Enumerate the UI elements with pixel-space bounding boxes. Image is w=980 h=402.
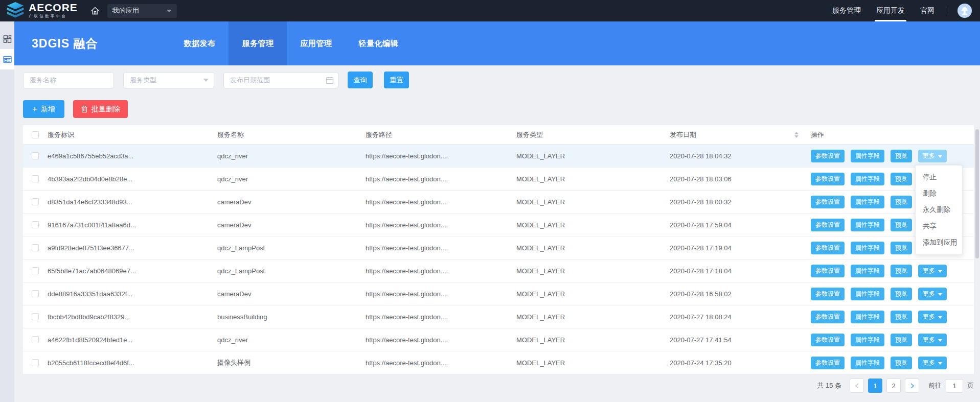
nav-official-site[interactable]: 官网 <box>920 0 935 21</box>
cell-service-type: MODEL_LAYER <box>516 313 670 321</box>
param-settings-button[interactable]: 参数设置 <box>811 357 845 369</box>
row-checkbox[interactable] <box>32 175 39 182</box>
my-apps-select[interactable]: 我的应用 <box>107 4 177 18</box>
param-settings-button[interactable]: 参数设置 <box>811 196 845 208</box>
attr-fields-button[interactable]: 属性字段 <box>851 265 884 277</box>
menu-item-add-to-app[interactable]: 添加到应用 <box>916 234 962 251</box>
more-button[interactable]: 更多 <box>918 311 947 323</box>
publish-date-range-input[interactable] <box>223 72 338 88</box>
param-settings-button[interactable]: 参数设置 <box>811 265 845 277</box>
row-checkbox[interactable] <box>32 359 39 366</box>
page-title: 3DGIS 融合 <box>32 36 98 52</box>
param-settings-button[interactable]: 参数设置 <box>811 242 845 254</box>
attr-fields-button[interactable]: 属性字段 <box>851 173 884 185</box>
table-row: a4622fb1d8f520924bfed1e...qdcz_riverhttp… <box>23 328 974 351</box>
menu-item-delete[interactable]: 删除 <box>916 185 962 202</box>
cell-publish-date: 2020-07-28 18:04:32 <box>670 152 807 160</box>
page-button-2[interactable]: 2 <box>886 379 901 393</box>
service-type-select[interactable] <box>123 72 214 88</box>
row-checkbox[interactable] <box>32 244 39 251</box>
cell-service-name: cameraDev <box>217 221 366 229</box>
more-button[interactable]: 更多 <box>918 150 947 162</box>
brand-text: AECORE <box>29 3 78 13</box>
row-checkbox[interactable] <box>32 267 39 274</box>
preview-button[interactable]: 预览 <box>891 311 912 323</box>
cell-service-name: qdcz_river <box>217 175 366 183</box>
attr-fields-button[interactable]: 属性字段 <box>851 219 884 231</box>
attr-fields-button[interactable]: 属性字段 <box>851 196 884 208</box>
query-button[interactable]: 查询 <box>348 72 373 88</box>
batch-delete-button[interactable]: 批量删除 <box>73 100 128 118</box>
preview-button[interactable]: 预览 <box>891 334 912 346</box>
add-button[interactable]: + 新增 <box>23 100 64 118</box>
more-button[interactable]: 更多 <box>918 288 947 300</box>
preview-button[interactable]: 预览 <box>891 219 912 231</box>
preview-button[interactable]: 预览 <box>891 150 912 162</box>
menu-item-share[interactable]: 共享 <box>916 218 962 234</box>
topbar: AECORE 广联达数字中台 我的应用 服务管理 应用开发 官网 <box>0 0 980 21</box>
preview-button[interactable]: 预览 <box>891 288 912 300</box>
aecore-logo[interactable]: AECORE 广联达数字中台 <box>5 2 78 20</box>
more-button[interactable]: 更多 <box>918 334 947 346</box>
next-page-button[interactable] <box>905 379 919 393</box>
tab-app-management[interactable]: 应用管理 <box>287 21 345 65</box>
row-checkbox-cell <box>23 267 48 274</box>
row-checkbox[interactable] <box>32 152 39 159</box>
sort-icon[interactable] <box>794 132 799 138</box>
preview-button[interactable]: 预览 <box>891 242 912 254</box>
service-name-input[interactable] <box>23 72 114 88</box>
cell-service-id: fbcbb42bd8bd9cab2f8329... <box>48 313 217 321</box>
preview-button[interactable]: 预览 <box>891 173 912 185</box>
nav-service-management[interactable]: 服务管理 <box>832 0 861 21</box>
tab-data-publish[interactable]: 数据发布 <box>170 21 229 65</box>
sidebar-item-dashboard[interactable] <box>0 29 14 49</box>
more-button[interactable]: 更多 <box>918 357 947 369</box>
cell-service-path: https://aecore-test.glodon.... <box>366 267 516 275</box>
user-avatar[interactable] <box>958 4 972 18</box>
table-row: a9fd928ede8751f3ee36677...qdcz_LampPosth… <box>23 237 974 259</box>
preview-button[interactable]: 预览 <box>891 196 912 208</box>
attr-fields-button[interactable]: 属性字段 <box>851 357 884 369</box>
param-settings-button[interactable]: 参数设置 <box>811 288 845 300</box>
plus-icon: + <box>32 106 37 113</box>
more-button[interactable]: 更多 <box>918 265 947 277</box>
home-icon[interactable] <box>90 6 100 16</box>
nav-app-development[interactable]: 应用开发 <box>876 0 905 21</box>
cell-service-type: MODEL_LAYER <box>516 359 670 367</box>
attr-fields-button[interactable]: 属性字段 <box>851 288 884 300</box>
attr-fields-button[interactable]: 属性字段 <box>851 242 884 254</box>
attr-fields-button[interactable]: 属性字段 <box>851 311 884 323</box>
row-checkbox[interactable] <box>32 336 39 343</box>
preview-button[interactable]: 预览 <box>891 265 912 277</box>
preview-button[interactable]: 预览 <box>891 357 912 369</box>
scrollbar-thumb[interactable] <box>975 129 979 258</box>
reset-button[interactable]: 重置 <box>384 72 409 88</box>
prev-page-button[interactable] <box>850 379 864 393</box>
tab-service-management[interactable]: 服务管理 <box>229 21 287 65</box>
cell-service-type: MODEL_LAYER <box>516 198 670 206</box>
row-checkbox[interactable] <box>32 221 39 228</box>
goto-page-input[interactable] <box>946 379 963 393</box>
cell-service-type: MODEL_LAYER <box>516 221 670 229</box>
tab-lightweight-edit[interactable]: 轻量化编辑 <box>345 21 412 65</box>
table-row: d8351da14e6cf233348d93...cameraDevhttps:… <box>23 191 974 214</box>
cell-service-id: e469a1c586755eb52acd3a... <box>48 152 217 160</box>
row-checkbox[interactable] <box>32 290 39 297</box>
services-table: 服务标识 服务名称 服务路径 服务类型 发布日期 操作 e469a1c58675… <box>23 125 974 374</box>
param-settings-button[interactable]: 参数设置 <box>811 219 845 231</box>
menu-item-stop[interactable]: 停止 <box>916 169 962 185</box>
row-checkbox[interactable] <box>32 313 39 320</box>
row-actions: 参数设置属性字段预览更多 <box>807 265 974 277</box>
param-settings-button[interactable]: 参数设置 <box>811 311 845 323</box>
attr-fields-button[interactable]: 属性字段 <box>851 150 884 162</box>
param-settings-button[interactable]: 参数设置 <box>811 150 845 162</box>
menu-item-permanent-delete[interactable]: 永久删除 <box>916 202 962 218</box>
select-all-checkbox[interactable] <box>32 131 39 138</box>
attr-fields-button[interactable]: 属性字段 <box>851 334 884 346</box>
row-checkbox[interactable] <box>32 198 39 205</box>
sidebar-item-app-window[interactable] <box>0 49 14 69</box>
param-settings-button[interactable]: 参数设置 <box>811 173 845 185</box>
param-settings-button[interactable]: 参数设置 <box>811 334 845 346</box>
page-button-1[interactable]: 1 <box>868 379 882 393</box>
row-checkbox-cell <box>23 290 48 297</box>
